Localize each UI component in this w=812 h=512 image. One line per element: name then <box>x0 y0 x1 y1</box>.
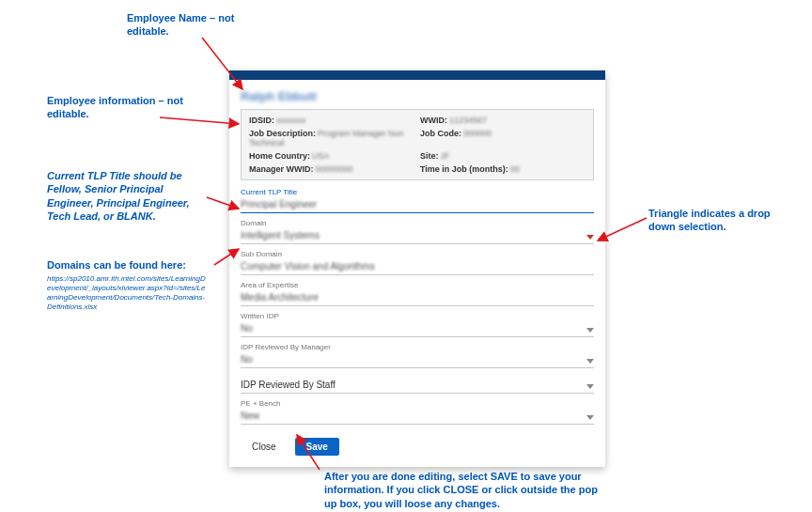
chevron-down-icon <box>586 328 594 333</box>
close-button[interactable]: Close <box>241 438 288 456</box>
field-subdomain[interactable]: Sub Domain Computer Vision and Algorithm… <box>241 250 594 275</box>
field-pebench-label: PE + Bench <box>241 399 594 408</box>
annotation-dropdown: Triangle indicates a drop down selection… <box>648 207 789 234</box>
info-wwid: WWID:11234567 <box>420 116 586 125</box>
annotation-tlp-title: Current TLP Title should be Fellow, Seni… <box>47 169 207 223</box>
field-staff-review-label: IDP Reviewed By Staff <box>241 378 594 393</box>
field-tlp-value: Principal Engineer <box>241 197 594 212</box>
info-home: Home Country:USA <box>249 151 414 161</box>
field-tlp-title[interactable]: Current TLP Title Principal Engineer <box>241 188 594 213</box>
field-written-idp[interactable]: Written IDP No <box>241 312 594 337</box>
annotation-employee-info: Employee information – not editable. <box>47 94 216 121</box>
field-expertise-label: Area of Expertise <box>241 281 594 289</box>
field-expertise[interactable]: Area of Expertise Media Architecture <box>241 281 594 306</box>
modal-topbar <box>229 70 605 80</box>
field-mgr-review-value: No <box>241 352 594 367</box>
annotation-save-note: After you are done editing, select SAVE … <box>324 470 606 510</box>
chevron-down-icon <box>586 384 594 389</box>
info-jobcode: Job Code:000000 <box>420 129 586 147</box>
annotation-employee-name: Employee Name – not editable. <box>127 11 277 39</box>
chevron-down-icon <box>586 415 594 420</box>
field-pebench-value: New <box>241 409 594 424</box>
field-mgr-review[interactable]: IDP Reviewed By Manager No <box>241 343 594 368</box>
field-domain[interactable]: Domain Intelligent Systems <box>241 219 594 244</box>
field-written-value: No <box>241 321 594 336</box>
field-subdomain-value: Computer Vision and Algorithms <box>241 259 594 274</box>
info-mgr: Manager WWID:00000000 <box>249 164 414 174</box>
field-tlp-label: Current TLP Title <box>241 188 594 196</box>
employee-info-box: IDSID:xxxxxxx WWID:11234567 Job Descript… <box>241 109 594 180</box>
info-jobdesc: Job Description:Program Manager Non Tech… <box>249 129 414 147</box>
field-expertise-value: Media Architecture <box>241 290 594 305</box>
info-time: Time in Job (months):00 <box>420 164 586 174</box>
annotation-domains-intro: Domains can be found here: <box>47 258 216 272</box>
field-pe-bench[interactable]: PE + Bench New <box>241 399 594 425</box>
info-site: Site:JF <box>420 151 586 161</box>
annotation-domains-link[interactable]: https://sp2010.amr.ith.intel.com/sites/L… <box>47 274 207 312</box>
field-domain-label: Domain <box>241 219 594 227</box>
field-mgr-review-label: IDP Reviewed By Manager <box>241 343 594 351</box>
chevron-down-icon <box>586 235 594 240</box>
field-domain-value: Intelligent Systems <box>241 228 594 243</box>
employee-modal: Ralph Ebbutt IDSID:xxxxxxx WWID:11234567… <box>229 70 605 467</box>
field-staff-review[interactable]: IDP Reviewed By Staff <box>241 378 594 394</box>
save-button[interactable]: Save <box>295 438 339 456</box>
field-subdomain-label: Sub Domain <box>241 250 594 258</box>
employee-name: Ralph Ebbutt <box>241 87 594 109</box>
info-idsid: IDSID:xxxxxxx <box>249 116 414 125</box>
chevron-down-icon <box>586 359 594 364</box>
field-written-label: Written IDP <box>241 312 594 320</box>
